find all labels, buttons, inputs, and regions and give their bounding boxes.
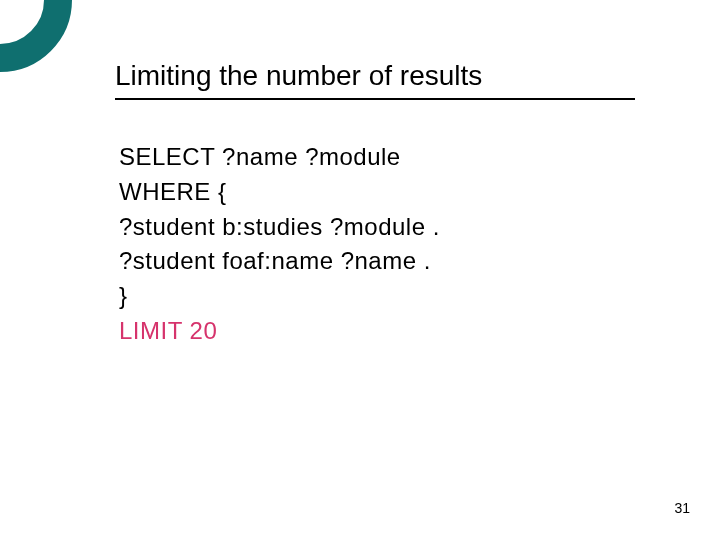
code-line-1: SELECT ?name ?module (119, 140, 440, 175)
title-underline (115, 98, 635, 100)
code-line-4: ?student foaf:name ?name . (119, 244, 440, 279)
title-block: Limiting the number of results (115, 60, 635, 100)
page-number: 31 (674, 500, 690, 516)
slide-title: Limiting the number of results (115, 60, 635, 92)
code-line-3: ?student b:studies ?module . (119, 210, 440, 245)
corner-arc-decoration (0, 0, 72, 72)
code-line-5: } (119, 279, 440, 314)
code-line-6: LIMIT 20 (119, 314, 440, 349)
slide: Limiting the number of results SELECT ?n… (0, 0, 720, 540)
code-line-2: WHERE { (119, 175, 440, 210)
code-block: SELECT ?name ?module WHERE { ?student b:… (119, 140, 440, 349)
